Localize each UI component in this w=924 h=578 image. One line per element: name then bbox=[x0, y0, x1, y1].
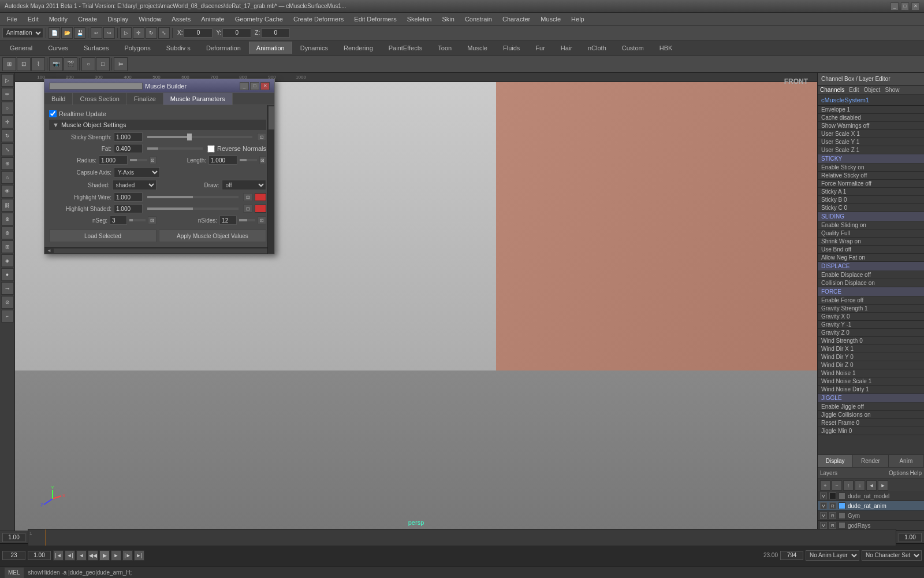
paint-btn[interactable]: ✏ bbox=[1, 88, 14, 101]
viewport[interactable]: 100 200 300 400 500 600 700 800 900 1000… bbox=[15, 73, 817, 531]
hs-end-btn[interactable]: ⊡ bbox=[243, 205, 252, 213]
menu-item-muscle[interactable]: Muscle bbox=[536, 14, 565, 24]
pivot-btn[interactable]: ⊗ bbox=[1, 213, 14, 225]
channel-row[interactable]: User Scale Y 1 bbox=[818, 138, 924, 146]
layer-vis[interactable]: V bbox=[820, 502, 827, 509]
rotate-lt-btn[interactable]: ↻ bbox=[1, 129, 14, 142]
prev-frame-btn[interactable]: ◄ bbox=[76, 550, 87, 561]
length-slider[interactable] bbox=[240, 159, 257, 161]
tab-curves[interactable]: Curves bbox=[40, 42, 76, 54]
channel-row[interactable]: Gravity Z 0 bbox=[818, 329, 924, 337]
menu-item-window[interactable]: Window bbox=[134, 14, 166, 24]
display-wire-btn[interactable]: □ bbox=[96, 57, 110, 71]
mel-mode-btn[interactable]: MEL bbox=[5, 568, 24, 578]
new-layer-btn[interactable]: + bbox=[820, 480, 830, 491]
coord-y-input[interactable] bbox=[222, 28, 251, 38]
lattice-btn[interactable]: ⊞ bbox=[1, 240, 14, 253]
tab-surfaces[interactable]: Surfaces bbox=[76, 42, 116, 54]
tab-fluids[interactable]: Fluids bbox=[495, 42, 527, 54]
tab-fur[interactable]: Fur bbox=[528, 42, 553, 54]
layer-down-btn[interactable]: ↓ bbox=[855, 480, 865, 491]
tab-custom[interactable]: Custom bbox=[614, 42, 651, 54]
object-tab[interactable]: Object bbox=[862, 86, 883, 94]
channel-row[interactable]: Reset Frame 0 bbox=[818, 419, 924, 427]
layer-row-dude_rat_anim[interactable]: V R dude_rat_anim bbox=[818, 501, 924, 511]
radius-input[interactable] bbox=[99, 155, 128, 165]
tab-polygons[interactable]: Polygons bbox=[117, 42, 158, 54]
channel-row[interactable]: Quality Full bbox=[818, 229, 924, 238]
channel-row[interactable]: Wind Strength 0 bbox=[818, 337, 924, 345]
scale-lt-btn[interactable]: ⤡ bbox=[1, 143, 14, 156]
sticky-strength-input[interactable] bbox=[114, 132, 143, 142]
channel-row[interactable]: Enable Sticky on bbox=[818, 164, 924, 172]
select-tool[interactable]: ▷ bbox=[120, 27, 132, 39]
rotate-tool[interactable]: ↻ bbox=[146, 27, 157, 39]
symmetry-btn[interactable]: ⊨ bbox=[114, 57, 128, 71]
next-key-btn[interactable]: |► bbox=[122, 550, 133, 561]
anim-layer-select[interactable]: No Anim Layer bbox=[806, 550, 859, 561]
ik-btn[interactable]: ⊸ bbox=[1, 282, 14, 295]
move-tool[interactable]: ✛ bbox=[133, 27, 144, 39]
snap-btn[interactable]: ⊛ bbox=[1, 227, 14, 239]
layer-scroll-left-btn[interactable]: ◄ bbox=[866, 480, 877, 491]
tab-subdiv-s[interactable]: Subdiv s bbox=[159, 42, 198, 54]
channel-row[interactable]: Wind Noise Scale 1 bbox=[818, 377, 924, 386]
channel-row[interactable]: Sticky A 1 bbox=[818, 188, 924, 196]
maximize-button[interactable]: □ bbox=[901, 2, 909, 10]
fat-input[interactable] bbox=[114, 144, 143, 153]
capsule-axis-select[interactable]: Y-Axis X-Axis Z-Axis bbox=[114, 167, 160, 177]
tab-animation[interactable]: Animation bbox=[249, 42, 292, 54]
tab-dynamics[interactable]: Dynamics bbox=[293, 42, 336, 54]
layer-vis[interactable]: V bbox=[820, 492, 827, 499]
close-button[interactable]: ✕ bbox=[911, 2, 919, 10]
dialog-maximize-btn[interactable]: □ bbox=[250, 82, 259, 90]
save-scene-button[interactable]: 💾 bbox=[74, 27, 85, 39]
layer-ref[interactable] bbox=[829, 492, 836, 499]
redo-button[interactable]: ↪ bbox=[103, 27, 115, 39]
dialog-hscrollbar[interactable]: ◄ ► bbox=[44, 247, 274, 254]
tab-muscle[interactable]: Muscle bbox=[460, 42, 495, 54]
layer-row-dude_rat_model[interactable]: V dude_rat_model bbox=[818, 491, 924, 501]
play-fwd-btn[interactable]: ▶ bbox=[99, 550, 110, 561]
options-label[interactable]: Options bbox=[889, 470, 908, 476]
menu-item-assets[interactable]: Assets bbox=[167, 14, 195, 24]
muscle-dialog-titlebar[interactable]: Muscle Builder _ □ ✕ bbox=[44, 79, 274, 93]
minimize-button[interactable]: _ bbox=[891, 2, 899, 10]
channel-row[interactable]: Gravity Strength 1 bbox=[818, 305, 924, 313]
tab-ncloth[interactable]: nCloth bbox=[580, 42, 614, 54]
paint-weight-btn[interactable]: ⊘ bbox=[1, 296, 14, 309]
channel-row[interactable]: Wind Dir Y 0 bbox=[818, 353, 924, 361]
render-btn[interactable]: 🎬 bbox=[64, 57, 77, 71]
move-lt-btn[interactable]: ✛ bbox=[1, 116, 14, 128]
delete-layer-btn[interactable]: − bbox=[832, 480, 842, 491]
sticky-strength-end-btn[interactable]: ⊡ bbox=[257, 133, 266, 141]
channels-tab[interactable]: Channels bbox=[818, 86, 847, 94]
menu-item-display[interactable]: Display bbox=[103, 14, 133, 24]
fat-slider[interactable] bbox=[147, 147, 203, 150]
realtime-update-checkbox[interactable] bbox=[49, 110, 57, 117]
show-hide-btn[interactable]: 👁 bbox=[1, 185, 14, 198]
highlight-shaded-input[interactable] bbox=[114, 204, 143, 213]
channel-row[interactable]: Force Normalize off bbox=[818, 180, 924, 188]
nseg-end-btn[interactable]: ⊡ bbox=[148, 216, 157, 224]
channel-row[interactable]: Enable Force off bbox=[818, 297, 924, 305]
stroke-btn[interactable]: ⌐ bbox=[1, 310, 14, 323]
go-end-btn[interactable]: ►| bbox=[134, 550, 144, 561]
layer-ref[interactable]: R bbox=[829, 502, 836, 509]
draw-select[interactable]: off on bbox=[222, 180, 266, 190]
joint-btn[interactable]: ● bbox=[1, 268, 14, 281]
snap-grid-btn[interactable]: ⊡ bbox=[17, 57, 31, 71]
channel-row[interactable]: Sticky C 0 bbox=[818, 204, 924, 212]
channel-row[interactable]: Wind Dir X 1 bbox=[818, 345, 924, 353]
soft-mod-btn[interactable]: ⌂ bbox=[1, 171, 14, 184]
channel-row[interactable]: Use Bnd off bbox=[818, 246, 924, 254]
layer-vis[interactable]: V bbox=[820, 522, 827, 529]
highlight-shaded-color[interactable] bbox=[255, 205, 266, 213]
select-btn[interactable]: ▷ bbox=[1, 74, 14, 87]
channel-row[interactable]: User Scale Z 1 bbox=[818, 146, 924, 154]
highlight-wire-color[interactable] bbox=[255, 193, 266, 201]
layer-vis[interactable]: V bbox=[820, 512, 827, 519]
coord-z-input[interactable] bbox=[261, 28, 290, 38]
undo-button[interactable]: ↩ bbox=[91, 27, 102, 39]
dialog-scrollbar[interactable] bbox=[267, 105, 274, 254]
